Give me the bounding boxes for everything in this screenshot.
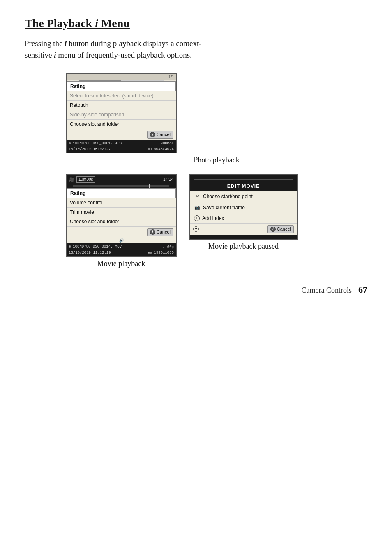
movie-date-left: 15/10/2019 11:12:19 <box>69 251 111 255</box>
movie-menu-volume: Volume control <box>67 198 176 208</box>
movie-menu: Rating Volume control Trim movie Choose … <box>67 188 176 227</box>
edit-item-addindex: + Add index <box>190 213 297 224</box>
edit-caption: Movie playback paused <box>189 242 298 251</box>
movie-icon: 🎥 <box>69 177 74 182</box>
page-footer: Camera Controls 67 <box>25 285 367 295</box>
photo-cancel-label: Cancel <box>157 132 171 137</box>
photo-progress-fill <box>79 80 121 81</box>
edit-bottom-black <box>190 235 297 239</box>
photo-cancel-btn[interactable]: i Cancel <box>147 131 173 139</box>
photo-bottom-info1: ⊞ 100ND780 DSC_0001. JPG NORMAL <box>67 140 176 147</box>
movie-info-right: ★ 60p <box>163 245 174 249</box>
movie-scrubber-indicator <box>149 184 150 188</box>
movie-menu-trim: Trim movie <box>67 208 176 217</box>
movie-speaker-icon: 🔊 <box>119 238 124 243</box>
photo-caption: Photo playback <box>66 156 367 164</box>
title-suffix: Menu <box>98 17 130 30</box>
movie-caption: Movie playback <box>66 259 177 268</box>
edit-cancel-btn[interactable]: i Cancel <box>267 225 294 233</box>
edit-scrubber <box>194 179 293 180</box>
intro-line2-suffix: menu of frequently-used playback options… <box>56 51 192 59</box>
movie-playback-screen: 🎥 10m00s 14/14 Rating Volume control Tri… <box>66 174 177 257</box>
edit-scrubber-pos <box>263 178 263 181</box>
scissors-icon: ✂ <box>194 193 201 200</box>
photo-menu-item-slot: Choose slot and folder <box>67 120 176 129</box>
movie-top-bar: 🎥 10m00s 14/14 <box>67 175 176 184</box>
movie-cancel-i-icon: i <box>150 229 155 235</box>
photo-progress-bar <box>79 80 164 81</box>
photo-menu-item-retouch: Retouch <box>67 101 176 110</box>
movie-scrubber <box>73 185 169 187</box>
photo-date-left: 15/10/2019 10:02:27 <box>69 147 111 151</box>
intro-line1-suffix: button during playback displays a contex… <box>67 39 201 48</box>
edit-cancel-i-icon: i <box>270 227 276 232</box>
movie-cancel-label: Cancel <box>157 229 171 234</box>
intro-line1-prefix: Pressing the <box>25 39 65 48</box>
footer-section: Camera Controls <box>302 286 352 295</box>
movie-bottom-info1: ⊞ 100ND780 DSC_0014. MOV ★ 60p <box>67 243 176 250</box>
movie-counter: 14/14 <box>98 177 173 182</box>
title-prefix: The Playback <box>25 17 95 30</box>
photo-cancel-row: i Cancel <box>67 129 176 140</box>
photo-playback-section: 1/1 Rating Select to send/deselect (smar… <box>66 73 367 164</box>
photo-menu: Rating Select to send/deselect (smart de… <box>67 81 176 129</box>
movie-row: 🎥 10m00s 14/14 Rating Volume control Tri… <box>66 174 367 268</box>
edit-movie-section: EDIT MOVIE ✂ Choose start/end point 📷 Sa… <box>189 174 298 251</box>
edit-item-startend-label: Choose start/end point <box>203 194 253 199</box>
photo-menu-item-rating: Rating <box>67 81 176 91</box>
edit-item-saveframe-label: Save current frame <box>203 205 245 211</box>
movie-res-right: ⊞⊟ 1920x1080 <box>148 251 174 255</box>
movie-playback-section: 🎥 10m00s 14/14 Rating Volume control Tri… <box>66 174 177 268</box>
footer-page: 67 <box>358 285 367 295</box>
movie-info-left: ⊞ 100ND780 DSC_0014. MOV <box>69 245 122 249</box>
movie-bottom-info2: 15/10/2019 11:12:19 ⊞⊟ 1920x1080 <box>67 250 176 256</box>
photo-counter: 1/1 <box>67 74 176 80</box>
photo-info-left: ⊞ 100ND780 DSC_0001. JPG <box>69 141 122 146</box>
edit-cancel-label: Cancel <box>277 227 291 231</box>
photo-bottom-info2: 15/10/2019 10:02:27 ⊞⊟ 6048x4024 <box>67 147 176 153</box>
photo-menu-item-send: Select to send/deselect (smart device) <box>67 91 176 101</box>
movie-cancel-btn[interactable]: i Cancel <box>147 228 173 236</box>
title-italic: i <box>95 17 98 30</box>
movie-timer: 10m00s <box>76 176 95 183</box>
plus-circle-icon: + <box>194 215 200 221</box>
edit-header: EDIT MOVIE <box>190 181 297 191</box>
edit-item-startend: ✂ Choose start/end point <box>190 191 297 202</box>
edit-cancel-row: ? i Cancel <box>190 224 297 235</box>
photo-playback-screen: 1/1 Rating Select to send/deselect (smar… <box>66 73 177 153</box>
photo-res-right: ⊞⊟ 6048x4024 <box>148 147 174 151</box>
edit-item-saveframe: 📷 Save current frame <box>190 202 297 213</box>
page-title: The Playback i Menu <box>25 16 367 30</box>
photo-cancel-i-icon: i <box>150 132 155 137</box>
intro-paragraph: Pressing the i button during playback di… <box>25 38 279 61</box>
movie-menu-slot: Choose slot and folder <box>67 217 176 227</box>
camera-save-icon: 📷 <box>194 204 201 211</box>
edit-movie-screen: EDIT MOVIE ✂ Choose start/end point 📷 Sa… <box>189 174 298 240</box>
movie-menu-rating: Rating <box>67 188 176 198</box>
intro-line2-prefix: sensitive <box>25 51 54 59</box>
help-icon: ? <box>193 226 199 232</box>
photo-info-right: NORMAL <box>161 141 174 146</box>
edit-item-addindex-label: Add index <box>202 215 224 221</box>
movie-cancel-row: i Cancel <box>67 227 176 238</box>
photo-menu-item-sidebyside: Side-by-side comparison <box>67 110 176 120</box>
